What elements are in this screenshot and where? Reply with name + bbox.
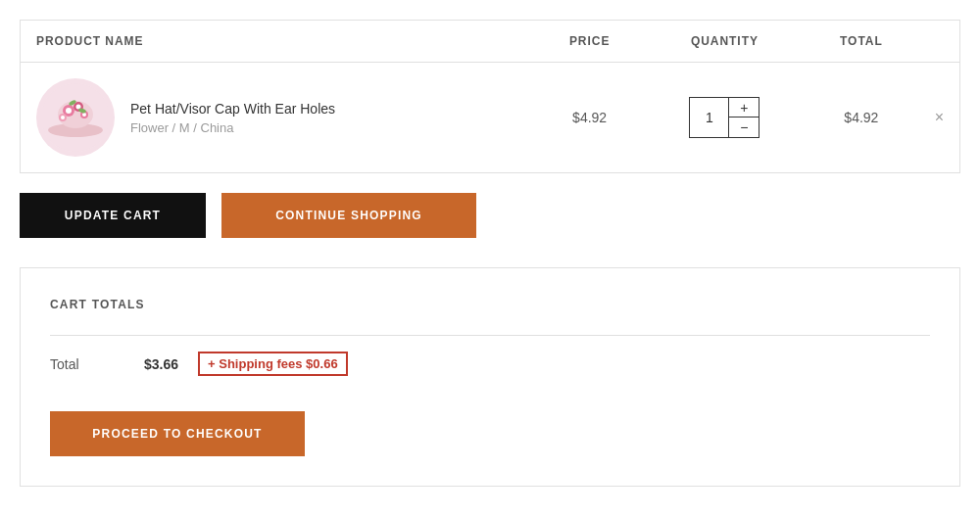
continue-shopping-button[interactable]: CONTINUE SHOPPING — [221, 193, 476, 238]
col-header-total: TOTAL — [804, 21, 919, 63]
product-name: Pet Hat/Visor Cap With Ear Holes — [130, 101, 335, 117]
quantity-increase-button[interactable]: + — [729, 98, 759, 118]
cart-totals-section: CART TOTALS Total $3.66 + Shipping fees … — [20, 267, 960, 487]
shipping-fees-badge: + Shipping fees $0.66 — [198, 352, 348, 376]
cart-totals-row: Total $3.66 + Shipping fees $0.66 — [50, 335, 930, 392]
cart-table: PRODUCT NAME PRICE QUANTITY TOTAL — [20, 20, 960, 173]
table-row: Pet Hat/Visor Cap With Ear Holes Flower … — [21, 63, 960, 173]
quantity-value: 1 — [690, 98, 729, 137]
quantity-cell: 1 + − — [646, 63, 804, 173]
product-cell: Pet Hat/Visor Cap With Ear Holes Flower … — [21, 63, 534, 173]
update-cart-button[interactable]: UPDATE CART — [20, 193, 206, 238]
col-header-product-name: PRODUCT NAME — [21, 21, 534, 63]
product-price: $4.92 — [534, 63, 646, 173]
product-info: Pet Hat/Visor Cap With Ear Holes Flower … — [130, 101, 335, 135]
action-buttons: UPDATE CART CONTINUE SHOPPING — [20, 193, 960, 238]
product-image — [36, 78, 115, 157]
totals-value: $3.66 — [144, 356, 178, 372]
col-header-price: PRICE — [534, 21, 646, 63]
proceed-to-checkout-button[interactable]: PROCEED TO CHECKOUT — [50, 411, 305, 456]
svg-point-10 — [82, 113, 86, 117]
svg-point-8 — [61, 116, 65, 119]
product-total: $4.92 — [804, 63, 919, 173]
col-header-quantity: QUANTITY — [646, 21, 804, 63]
remove-item-button[interactable]: × — [919, 63, 960, 173]
product-variant: Flower / M / China — [130, 120, 335, 135]
quantity-controls: + − — [729, 98, 759, 137]
svg-point-4 — [66, 108, 72, 114]
quantity-stepper[interactable]: 1 + − — [689, 97, 760, 138]
cart-totals-title: CART TOTALS — [50, 298, 930, 311]
quantity-decrease-button[interactable]: − — [729, 118, 759, 137]
totals-label: Total — [50, 356, 128, 372]
col-header-remove — [919, 21, 960, 63]
